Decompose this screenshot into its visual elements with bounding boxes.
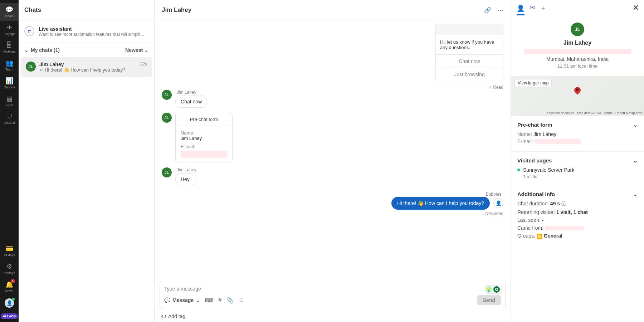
rail-settings-label: Settings	[4, 271, 15, 275]
conversation-title: Jim Lahey	[162, 6, 191, 14]
prechat-email-label: E-mail:	[517, 138, 533, 144]
last-seen-label: Last seen:	[517, 217, 541, 223]
location-map[interactable]: View larger map Keyboard shortcuts Map d…	[511, 76, 644, 116]
message-bubble: Chat now	[175, 96, 207, 108]
add-tab-icon[interactable]: ＋	[540, 4, 546, 12]
status-dot-icon	[517, 169, 520, 171]
ai-labs-badge[interactable]: AI LABS	[1, 313, 18, 319]
rail-profile[interactable]: 👤	[0, 296, 19, 311]
chat-row[interactable]: JL Jim Lahey 22s ↩ Hi there! 👋 How can I…	[21, 57, 152, 77]
message-type-dropdown[interactable]: 💬 Message ⌄	[164, 297, 200, 303]
message-sender: Jim Lahey	[177, 167, 196, 172]
visited-title: Visited pages	[517, 157, 552, 164]
visited-section: Visited pages ⌄ Sunnyvale Server Park 1m…	[511, 152, 644, 185]
conversation-panel: Jim Lahey 🔗 ⋯ Hi, let us know if you hav…	[155, 0, 511, 322]
agent-name: Bubbles	[162, 192, 501, 197]
profile-name: Jim Lahey	[517, 40, 638, 46]
form-title: Pre-chat form	[176, 113, 232, 126]
visited-page-name: Sunnyvale Server Park	[523, 167, 574, 173]
rail-settings[interactable]: ⚙ Settings	[0, 260, 19, 278]
bar-chart-icon: 📊	[5, 77, 13, 85]
chevron-down-icon: ⌄	[196, 297, 200, 303]
person-tab-icon[interactable]: 👤	[517, 4, 525, 15]
read-status: ✓ Read	[488, 85, 503, 90]
message-sender: Jim Lahey	[177, 90, 207, 95]
prechat-title: Pre-chat form	[517, 122, 552, 128]
hash-icon[interactable]: #	[218, 297, 221, 303]
send-button[interactable]: Send	[477, 295, 501, 305]
rail-reports[interactable]: 📊 Reports	[0, 74, 19, 92]
my-chats-label: My chats (1)	[31, 47, 60, 53]
attachment-icon[interactable]: 📎	[226, 297, 234, 304]
chat-bubble-icon: 💬	[164, 297, 170, 303]
close-icon[interactable]: ✕	[633, 3, 639, 13]
chat-list-title: Chats	[19, 0, 154, 20]
chat-duration-value: 49 s	[550, 201, 560, 206]
greeting-card: Hi, let us know if you have any question…	[435, 24, 503, 81]
live-assistant-card[interactable]: ⇄ Live assistant Want to see more automa…	[19, 20, 154, 43]
archive-icon: 🗄	[6, 42, 13, 49]
tag-icon: 🏷	[161, 313, 166, 319]
mail-tab-icon[interactable]: ✉	[530, 4, 535, 12]
visited-page-row[interactable]: Sunnyvale Server Park	[517, 167, 638, 173]
form-name-label: Name:	[181, 130, 227, 136]
info-icon[interactable]: ⓘ	[561, 201, 566, 206]
form-email-label: E-mail:	[181, 144, 227, 149]
rail-team[interactable]: 👥 Team	[0, 56, 19, 74]
sort-dropdown[interactable]: Newest ⌄	[125, 47, 148, 53]
rail-chats[interactable]: 💬 Chats	[0, 3, 19, 21]
redacted-email	[535, 139, 581, 144]
rail-archives-label: Archives	[3, 50, 16, 53]
composer-helper-pill[interactable]: 💡 G	[484, 285, 502, 294]
groups-value: General	[544, 233, 562, 239]
profile-location: Mumbai, Maharashtra, India	[517, 56, 638, 62]
profile-time: 11:31 am local time	[517, 63, 638, 69]
add-tag-button[interactable]: 🏷 Add tag	[155, 311, 511, 322]
canned-response-icon[interactable]: ⌨	[205, 297, 213, 304]
link-icon[interactable]: 🔗	[484, 7, 491, 14]
additional-title: Additional info	[517, 191, 555, 197]
redacted-came-from	[545, 226, 584, 230]
prechat-section: Pre-chat form ⌄ Name: Jim Lahey E-mail:	[511, 116, 644, 152]
message-bubble: Hey	[175, 173, 196, 185]
chevron-down-icon: ⌄	[633, 122, 638, 128]
visited-header[interactable]: Visited pages ⌄	[517, 157, 638, 164]
live-assistant-subtitle: Want to see more automation features tha…	[39, 32, 145, 37]
redacted-email	[181, 151, 227, 158]
reply-icon: ↩	[39, 67, 43, 73]
view-larger-map-button[interactable]: View larger map	[514, 79, 552, 87]
chevron-down-icon: ⌄	[633, 158, 638, 164]
message-row: JL Pre-chat form Name: Jim Lahey E-mail:	[162, 113, 503, 162]
bulb-icon: 💡	[486, 286, 492, 293]
rail-engage[interactable]: ✈ Engage	[0, 21, 19, 39]
greeting-chat-now-button[interactable]: Chat now	[436, 54, 503, 68]
chat-row-preview: Hi there! 👋 How can I help you today?	[45, 67, 126, 73]
my-chats-header[interactable]: ⌄ My chats (1) Newest ⌄	[19, 43, 154, 57]
message-row: JL Jim Lahey Hey	[162, 167, 503, 185]
grid-icon: ▦	[6, 95, 13, 103]
nav-rail: 💬 Chats ✈ Engage 🗄 Archives 👥 Team 📊 Rep…	[0, 0, 19, 322]
assistant-icon: ⇄	[24, 26, 34, 36]
chat-icon: 💬	[5, 6, 13, 14]
emoji-icon[interactable]: ☺	[239, 297, 244, 303]
group-chip-icon: G	[537, 234, 542, 239]
sort-label: Newest	[125, 47, 143, 53]
message-input[interactable]	[164, 286, 501, 292]
more-icon[interactable]: ⋯	[498, 7, 503, 14]
map-pin-icon	[574, 87, 581, 96]
greeting-just-browsing-button[interactable]: Just browsing	[436, 68, 503, 81]
rail-14days[interactable]: 💳 14 days	[0, 242, 19, 260]
greeting-message: Hi, let us know if you have any question…	[436, 35, 503, 54]
rail-news[interactable]: 🔔 1 News	[0, 278, 19, 296]
chevron-down-icon: ⌄	[144, 47, 148, 53]
rail-chatbot[interactable]: 🗨 Chatbot	[0, 110, 19, 127]
prechat-header[interactable]: Pre-chat form ⌄	[517, 122, 638, 128]
came-from-label: Came from:	[517, 225, 543, 231]
rail-archives[interactable]: 🗄 Archives	[0, 39, 19, 56]
rail-apps[interactable]: ▦ Apps	[0, 92, 19, 110]
rail-team-label: Team	[5, 68, 13, 71]
additional-header[interactable]: Additional info ⌄	[517, 191, 638, 197]
avatar: JL	[26, 62, 36, 72]
prechat-form-card: Pre-chat form Name: Jim Lahey E-mail:	[175, 113, 233, 162]
avatar: JL	[162, 167, 172, 177]
